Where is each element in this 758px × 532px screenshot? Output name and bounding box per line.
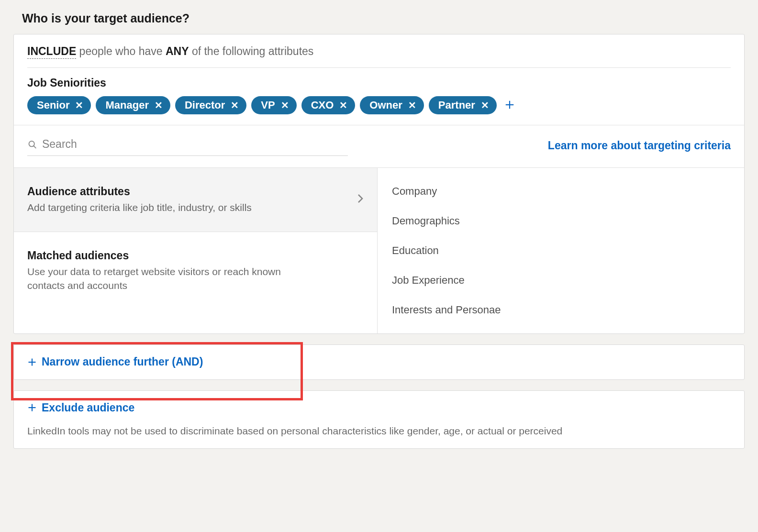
category-job-experience[interactable]: Job Experience	[378, 266, 744, 295]
close-icon[interactable]: ✕	[75, 100, 83, 110]
close-icon[interactable]: ✕	[281, 100, 289, 110]
close-icon[interactable]: ✕	[155, 100, 163, 110]
category-title: Job Seniorities	[27, 77, 731, 89]
include-statement: INCLUDE people who have ANY of the follo…	[27, 45, 731, 61]
chip-label: Senior	[37, 99, 69, 111]
divider	[27, 67, 731, 68]
plus-icon	[27, 357, 37, 367]
chip-director[interactable]: Director✕	[175, 96, 246, 114]
chip-partner[interactable]: Partner✕	[429, 96, 497, 114]
category-education[interactable]: Education	[378, 236, 744, 266]
close-icon[interactable]: ✕	[339, 100, 347, 110]
exclude-audience-button[interactable]: Exclude audience	[27, 401, 134, 414]
include-keyword[interactable]: INCLUDE	[27, 45, 76, 59]
targeting-card: INCLUDE people who have ANY of the follo…	[13, 34, 745, 334]
search-icon	[27, 139, 37, 150]
exclude-audience-label: Exclude audience	[42, 401, 134, 414]
chip-manager[interactable]: Manager✕	[96, 96, 170, 114]
chip-label: Owner	[369, 99, 402, 111]
chip-owner[interactable]: Owner✕	[360, 96, 424, 114]
include-text-2: of the following attributes	[189, 45, 314, 57]
page-title: Who is your target audience?	[22, 11, 745, 25]
matched-audiences-tab[interactable]: Matched audiences Use your data to retar…	[14, 232, 377, 310]
category-demographics[interactable]: Demographics	[378, 206, 744, 236]
chip-label: VP	[261, 99, 275, 111]
close-icon[interactable]: ✕	[231, 100, 239, 110]
search-wrap[interactable]	[27, 135, 348, 156]
category-interests-personae[interactable]: Interests and Personae	[378, 295, 744, 325]
narrow-audience-card: Narrow audience further (AND)	[13, 344, 745, 380]
close-icon[interactable]: ✕	[408, 100, 416, 110]
chip-label: Partner	[438, 99, 475, 111]
left-item-desc: Add targeting criteria like job title, i…	[27, 201, 252, 214]
search-input[interactable]	[42, 138, 348, 151]
include-text-1: people who have	[76, 45, 166, 57]
attribute-category-column: Company Demographics Education Job Exper…	[378, 168, 744, 333]
learn-more-link[interactable]: Learn more about targeting criteria	[548, 139, 731, 152]
chip-row: Senior✕ Manager✕ Director✕ VP✕ CXO✕ Owne…	[27, 96, 731, 114]
chip-label: CXO	[311, 99, 334, 111]
add-chip-button[interactable]	[502, 98, 518, 112]
close-icon[interactable]: ✕	[481, 100, 489, 110]
attribute-type-column: Audience attributes Add targeting criter…	[14, 168, 378, 333]
audience-attributes-tab[interactable]: Audience attributes Add targeting criter…	[14, 168, 377, 232]
left-item-desc: Use your data to retarget website visito…	[27, 265, 295, 292]
exclude-audience-card: Exclude audience LinkedIn tools may not …	[13, 390, 745, 449]
any-keyword: ANY	[166, 45, 189, 57]
chip-senior[interactable]: Senior✕	[27, 96, 91, 114]
plus-icon	[27, 403, 37, 412]
chevron-right-icon	[357, 193, 364, 207]
disclaimer-text: LinkedIn tools may not be used to discri…	[27, 424, 731, 438]
plus-icon	[504, 100, 515, 110]
svg-point-2	[29, 141, 34, 146]
chip-vp[interactable]: VP✕	[251, 96, 296, 114]
category-company[interactable]: Company	[378, 177, 744, 206]
left-item-title: Matched audiences	[27, 249, 295, 262]
chip-label: Manager	[105, 99, 148, 111]
attribute-selector: Audience attributes Add targeting criter…	[14, 167, 744, 333]
narrow-audience-label: Narrow audience further (AND)	[42, 355, 203, 368]
left-item-title: Audience attributes	[27, 185, 252, 198]
svg-line-3	[34, 146, 36, 148]
chip-cxo[interactable]: CXO✕	[301, 96, 356, 114]
narrow-audience-button[interactable]: Narrow audience further (AND)	[27, 355, 203, 368]
chip-label: Director	[185, 99, 225, 111]
search-row: Learn more about targeting criteria	[14, 125, 744, 167]
